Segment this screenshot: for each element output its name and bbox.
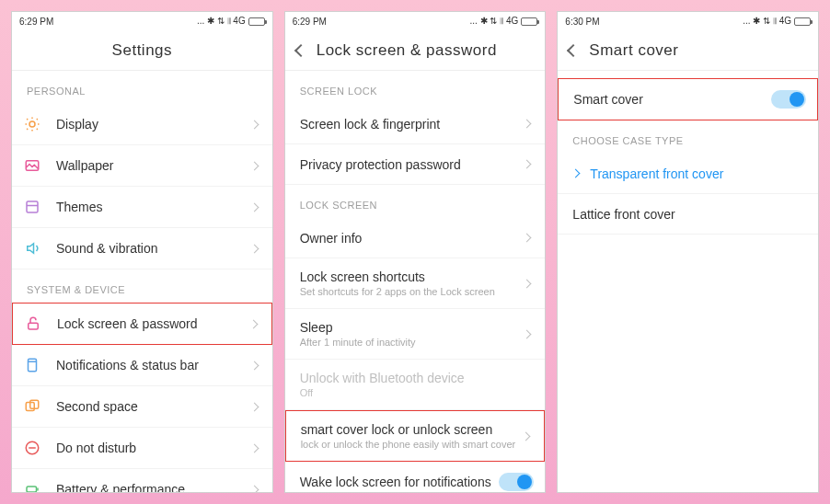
smartcover-toggle[interactable] [771,90,806,109]
row-bluetooth: Unlock with Bluetooth device Off [285,360,546,410]
chevron-icon [249,443,259,452]
row-shortcuts[interactable]: Lock screen shortcuts Set shortcuts for … [285,258,546,309]
status-indicators: ... ✱ ⇅ ⫴ 4G [743,16,811,27]
status-indicators: ... ✱ ⇅ ⫴ 4G [470,16,538,27]
status-time: 6:30 PM [565,17,599,27]
row-display[interactable]: Display [12,104,272,145]
chevron-icon [249,202,259,212]
chevron-icon [249,402,259,411]
chevron-icon [249,485,259,492]
section-system: SYSTEM & DEVICE [12,269,272,303]
section-lockscreen: LOCK SCREEN [285,185,546,218]
settings-screen: 6:29 PM ... ✱ ⇅ ⫴ 4G Settings PERSONAL D… [11,11,273,493]
svg-rect-8 [27,487,37,492]
chevron-icon [249,161,259,170]
chevron-icon [249,361,259,370]
svg-point-0 [29,121,35,127]
notifications-icon [23,356,41,374]
battery-icon [248,17,265,26]
row-secondspace[interactable]: Second space [12,386,272,428]
wallpaper-icon [23,156,41,175]
chevron-icon [523,279,532,288]
sound-icon [23,239,41,258]
page-title: Lock screen & password [317,41,497,60]
section-personal: PERSONAL [12,71,272,104]
battery-icon [794,17,811,26]
page-header: Smart cover [558,30,818,71]
page-title: Settings [112,41,172,60]
wakelock-toggle[interactable] [499,473,534,491]
row-notifications[interactable]: Notifications & status bar [12,345,272,386]
status-bar: 6:29 PM ... ✱ ⇅ ⫴ 4G [285,12,546,30]
row-privacy[interactable]: Privacy protection password [285,144,546,185]
page-title: Smart cover [589,41,678,60]
lockscreen-screen: 6:29 PM ... ✱ ⇅ ⫴ 4G Lock screen & passw… [284,11,547,493]
row-themes[interactable]: Themes [12,187,272,228]
status-bar: 6:30 PM ... ✱ ⇅ ⫴ 4G [558,12,818,30]
dnd-icon [23,439,41,457]
chevron-icon [248,319,258,328]
battery-icon [521,17,537,26]
row-sound[interactable]: Sound & vibration [12,228,272,269]
chevron-icon [523,160,532,169]
smartcover-screen: 6:30 PM ... ✱ ⇅ ⫴ 4G Smart cover Smart c… [557,11,819,493]
lockscreen-list[interactable]: SCREEN LOCK Screen lock & fingerprint Pr… [285,71,546,492]
chevron-icon [522,431,531,441]
back-button[interactable] [567,43,580,56]
svg-rect-4 [29,359,37,372]
row-fingerprint[interactable]: Screen lock & fingerprint [285,104,546,144]
back-button[interactable] [294,43,307,56]
status-time: 6:29 PM [293,17,327,27]
chevron-icon [571,169,581,178]
settings-list[interactable]: PERSONAL Display Wallpaper Themes Sound … [12,71,272,492]
chevron-icon [249,244,259,253]
row-smartcover[interactable]: smart cover lock or unlock screen lock o… [285,410,546,462]
row-battery[interactable]: Battery & performance [12,469,272,492]
page-header: Settings [12,30,272,71]
row-sleep[interactable]: Sleep After 1 minute of inactivity [285,309,546,360]
row-transparent[interactable]: Transparent front cover [558,154,818,194]
themes-icon [23,198,41,216]
row-owner[interactable]: Owner info [285,218,546,258]
chevron-icon [523,234,532,243]
row-smartcover-toggle[interactable]: Smart cover [558,78,818,120]
row-lockscreen[interactable]: Lock screen & password [12,303,272,345]
row-wallpaper[interactable]: Wallpaper [12,145,272,187]
status-bar: 6:29 PM ... ✱ ⇅ ⫴ 4G [12,12,272,30]
lock-icon [24,315,42,333]
row-dnd[interactable]: Do not disturb [12,428,272,469]
svg-rect-2 [27,201,38,212]
row-lattice[interactable]: Lattice front cover [558,194,818,235]
battery-perf-icon [23,480,41,492]
chevron-icon [523,329,532,338]
chevron-icon [523,120,532,129]
page-header: Lock screen & password [285,30,546,71]
display-icon [23,115,41,133]
status-indicators: ... ✱ ⇅ ⫴ 4G [197,16,265,27]
svg-rect-3 [29,323,39,329]
section-screenlock: SCREEN LOCK [285,71,546,104]
status-time: 6:29 PM [19,17,53,27]
section-choosecase: CHOOSE CASE TYPE [558,120,818,154]
smartcover-list[interactable]: Smart cover CHOOSE CASE TYPE Transparent… [558,71,818,492]
row-wakelock[interactable]: Wake lock screen for notifications [285,462,546,492]
secondspace-icon [23,397,41,416]
chevron-icon [249,120,259,129]
